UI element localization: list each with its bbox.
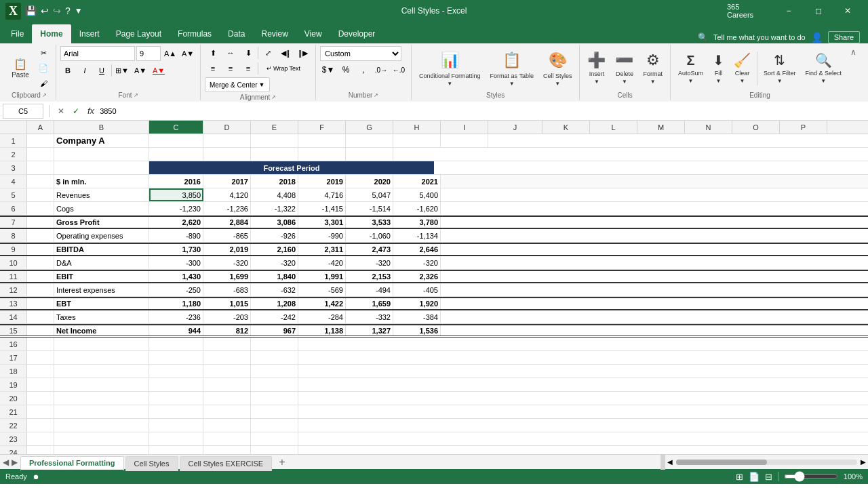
align-center-button[interactable]: ≡ xyxy=(222,62,239,75)
increase-decimal-button[interactable]: .0→ xyxy=(373,63,389,77)
bold-button[interactable]: B xyxy=(60,63,75,78)
col-header-o[interactable]: O xyxy=(732,121,780,134)
cell-c6[interactable]: -1,230 xyxy=(149,202,203,215)
cell-f12[interactable]: -569 xyxy=(298,283,346,296)
autosum-dropdown[interactable]: ▼ xyxy=(688,78,694,84)
row-num-12[interactable]: 12 xyxy=(0,283,27,296)
font-expand-icon[interactable]: ↗ xyxy=(134,92,138,98)
cell-c11[interactable]: 1,430 xyxy=(149,271,203,282)
font-name-input[interactable] xyxy=(60,46,135,61)
cell-e9[interactable]: 2,160 xyxy=(251,244,298,255)
cell-g1[interactable] xyxy=(346,134,393,147)
cell-b12[interactable]: Interest expenses xyxy=(54,283,149,296)
col-header-j[interactable]: J xyxy=(488,121,542,134)
cell-d7[interactable]: 2,884 xyxy=(203,217,251,228)
cell-g11[interactable]: 2,153 xyxy=(346,271,393,282)
col-header-a[interactable]: A xyxy=(27,121,54,134)
comma-button[interactable]: , xyxy=(355,63,372,77)
format-as-table-dropdown[interactable]: ▼ xyxy=(509,81,515,87)
zoom-slider[interactable] xyxy=(784,474,838,479)
percent-button[interactable]: % xyxy=(338,63,354,77)
cell-f6[interactable]: -1,415 xyxy=(298,202,346,215)
clear-button[interactable]: 🧹 Clear ▼ xyxy=(730,50,754,86)
cell-h13[interactable]: 1,920 xyxy=(393,298,441,309)
cell-h4[interactable]: 2021 xyxy=(393,175,441,188)
row-num-10[interactable]: 10 xyxy=(0,256,27,269)
cell-d15[interactable]: 812 xyxy=(203,325,251,336)
conditional-formatting-button[interactable]: 📊 Conditional Formatting ▼ xyxy=(416,47,484,89)
cell-d9[interactable]: 2,019 xyxy=(203,244,251,255)
row-num-2[interactable]: 2 xyxy=(0,148,27,161)
cell-f9[interactable]: 2,311 xyxy=(298,244,346,255)
align-top-button[interactable]: ⬆ xyxy=(205,46,221,60)
cell-c5[interactable]: 3,850 xyxy=(149,188,203,201)
page-layout-button[interactable]: 📄 xyxy=(749,472,760,482)
cell-f5[interactable]: 4,716 xyxy=(298,188,346,201)
cell-f1[interactable] xyxy=(298,134,346,147)
normal-view-button[interactable]: ⊞ xyxy=(736,472,743,482)
cell-a7[interactable] xyxy=(27,217,54,228)
cell-g6[interactable]: -1,514 xyxy=(346,202,393,215)
cell-c2[interactable] xyxy=(149,148,203,161)
merge-dropdown-icon[interactable]: ▼ xyxy=(259,81,265,88)
cell-c12[interactable]: -250 xyxy=(149,283,203,296)
sheet-tab-professional[interactable]: Professional Formatting xyxy=(20,456,124,471)
cell-c10[interactable]: -300 xyxy=(149,256,203,269)
row-num-4[interactable]: 4 xyxy=(0,175,27,188)
cell-f8[interactable]: -990 xyxy=(298,229,346,242)
cell-h15[interactable]: 1,536 xyxy=(393,325,441,336)
cell-a8[interactable] xyxy=(27,229,54,242)
add-sheet-button[interactable]: + xyxy=(273,453,290,471)
col-header-f[interactable]: F xyxy=(298,121,346,134)
cell-a4[interactable] xyxy=(27,175,54,188)
border-button[interactable]: ⊞▼ xyxy=(114,64,130,77)
cell-c15[interactable]: 944 xyxy=(149,325,203,336)
cell-b3[interactable] xyxy=(54,161,149,174)
cell-f7[interactable]: 3,301 xyxy=(298,217,346,228)
tab-developer[interactable]: Developer xyxy=(330,24,384,43)
fill-button[interactable]: ⬇ Fill ▼ xyxy=(709,50,728,86)
cell-b13[interactable]: EBT xyxy=(54,298,149,309)
prev-sheet-button[interactable]: ◀ xyxy=(3,458,9,467)
tab-insert[interactable]: Insert xyxy=(71,24,108,43)
cell-a14[interactable] xyxy=(27,310,54,323)
col-header-c[interactable]: C xyxy=(149,121,203,134)
row-num-1[interactable]: 1 xyxy=(0,134,27,147)
currency-button[interactable]: $▼ xyxy=(320,63,336,77)
col-header-g[interactable]: G xyxy=(346,121,393,134)
cell-b14[interactable]: Taxes xyxy=(54,310,149,323)
paste-button[interactable]: 📋 Paste xyxy=(7,56,34,81)
cell-a2[interactable] xyxy=(27,148,54,161)
save-icon[interactable]: 💾 xyxy=(25,5,37,16)
cell-h12[interactable]: -405 xyxy=(393,283,441,296)
cell-f15[interactable]: 1,138 xyxy=(298,325,346,336)
scroll-right-button[interactable]: ▶ xyxy=(859,458,868,466)
format-painter-button[interactable]: 🖌 xyxy=(35,77,52,90)
cell-b15[interactable]: Net Income xyxy=(54,325,149,336)
cell-c7[interactable]: 2,620 xyxy=(149,217,203,228)
cell-a1[interactable] xyxy=(27,134,54,147)
cell-h11[interactable]: 2,326 xyxy=(393,271,441,282)
help-icon[interactable]: ? xyxy=(65,5,71,16)
tab-page-layout[interactable]: Page Layout xyxy=(108,24,170,43)
text-direction-button[interactable]: ⤢ xyxy=(260,46,276,60)
format-button[interactable]: ⚙ Format ▼ xyxy=(639,49,666,87)
cell-g13[interactable]: 1,659 xyxy=(346,298,393,309)
align-bottom-button[interactable]: ⬇ xyxy=(240,46,256,60)
col-header-n[interactable]: N xyxy=(685,121,732,134)
cell-g2[interactable] xyxy=(346,148,393,161)
fill-dropdown[interactable]: ▼ xyxy=(716,78,722,84)
cell-c14[interactable]: -236 xyxy=(149,310,203,323)
cell-d14[interactable]: -203 xyxy=(203,310,251,323)
tab-file[interactable]: File xyxy=(3,24,32,43)
col-header-i[interactable]: I xyxy=(441,121,488,134)
cell-a6[interactable] xyxy=(27,202,54,215)
cell-c3-forecast[interactable]: Forecast Period xyxy=(149,161,434,174)
cell-h6[interactable]: -1,620 xyxy=(393,202,441,215)
collapse-ribbon-button[interactable]: ∧ xyxy=(850,47,856,57)
cell-g9[interactable]: 2,473 xyxy=(346,244,393,255)
cell-e8[interactable]: -926 xyxy=(251,229,298,242)
row-num-6[interactable]: 6 xyxy=(0,202,27,215)
cell-b9[interactable]: EBITDA xyxy=(54,244,149,255)
alignment-expand-icon[interactable]: ↗ xyxy=(271,94,276,100)
